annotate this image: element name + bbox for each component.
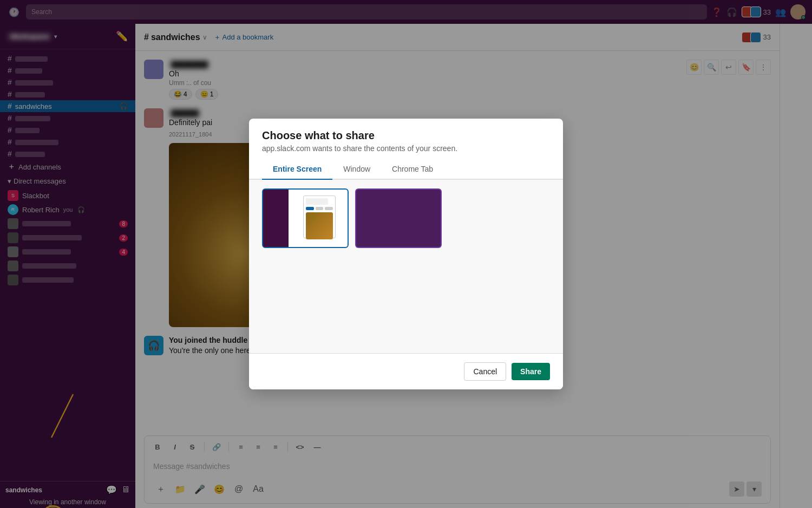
- modal-content: [249, 180, 563, 353]
- tab-entire-screen[interactable]: Entire Screen: [262, 159, 332, 180]
- preview-main: [289, 190, 348, 247]
- cancel-button[interactable]: Cancel: [464, 362, 506, 381]
- preview-sidebar: [263, 190, 289, 247]
- screen-preview-inner-1: [263, 190, 348, 247]
- modal-subtitle: app.slack.com wants to share the content…: [262, 144, 550, 153]
- screen-preview-grid: [262, 188, 550, 248]
- modal-title: Choose what to share: [262, 129, 550, 142]
- tab-window[interactable]: Window: [332, 159, 381, 180]
- modal-header: Choose what to share app.slack.com wants…: [249, 119, 563, 159]
- modal-tabs: Entire Screen Window Chrome Tab: [249, 159, 563, 180]
- screen-preview-2[interactable]: [355, 188, 442, 248]
- share-button[interactable]: Share: [512, 363, 550, 380]
- share-screen-modal: Choose what to share app.slack.com wants…: [249, 119, 563, 389]
- modal-overlay[interactable]: Choose what to share app.slack.com wants…: [0, 0, 812, 508]
- preview-2-inner: [356, 190, 441, 247]
- preview-modal-inner: [303, 196, 336, 239]
- modal-footer: Cancel Share: [249, 353, 563, 389]
- tab-chrome-tab[interactable]: Chrome Tab: [381, 159, 444, 180]
- screen-preview-1[interactable]: [262, 188, 349, 248]
